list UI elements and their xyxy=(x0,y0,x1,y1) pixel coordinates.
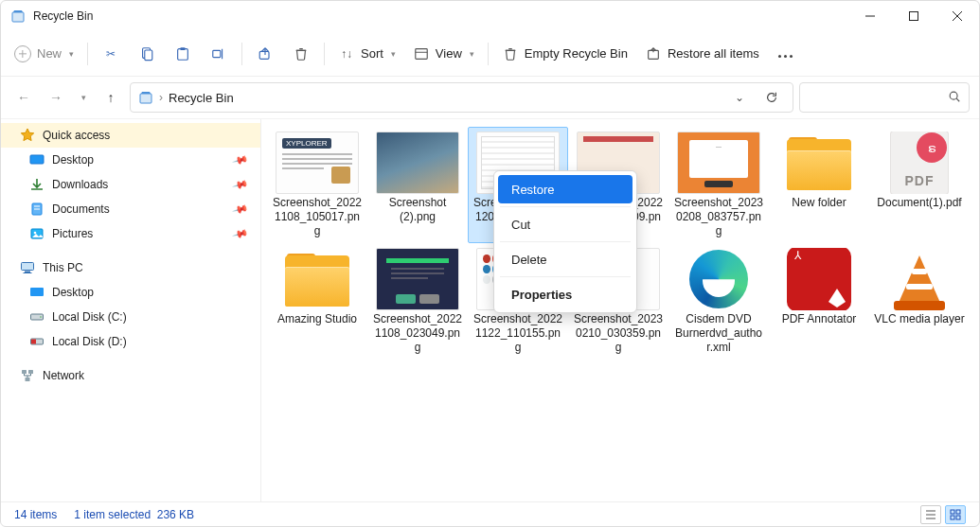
cut-button[interactable]: ✂ xyxy=(94,37,128,71)
file-item[interactable]: Amazing Studio xyxy=(267,243,367,360)
sidebar-local-disk-c[interactable]: Local Disk (C:) xyxy=(1,305,260,329)
svg-rect-43 xyxy=(951,516,954,519)
file-item[interactable]: VLC media player xyxy=(869,243,970,360)
svg-rect-28 xyxy=(24,272,32,273)
svg-rect-44 xyxy=(956,516,960,519)
sidebar-item-label: Local Disk (D:) xyxy=(52,335,127,348)
sidebar-desktop-2[interactable]: Desktop xyxy=(1,280,260,305)
network-icon xyxy=(20,368,35,383)
folder-icon xyxy=(276,248,359,310)
more-icon xyxy=(777,47,794,61)
new-button[interactable]: New ▾ xyxy=(7,37,81,71)
copy-button[interactable] xyxy=(130,37,164,71)
delete-button[interactable] xyxy=(284,37,318,71)
paste-button[interactable] xyxy=(166,37,200,71)
trash-icon xyxy=(502,45,519,62)
sidebar-pictures[interactable]: Pictures 📌 xyxy=(1,221,260,246)
file-item[interactable]: Screenshot_20221108_023049.png xyxy=(367,243,468,360)
sidebar-downloads[interactable]: Downloads 📌 xyxy=(1,172,260,197)
svg-line-17 xyxy=(956,98,959,101)
content-area[interactable]: XYPLORER Screenshot_20221108_105017.png … xyxy=(261,119,979,501)
drive-icon xyxy=(29,334,45,349)
file-item[interactable]: New folder xyxy=(769,127,869,243)
refresh-button[interactable] xyxy=(758,84,785,111)
svg-rect-6 xyxy=(145,50,152,61)
sidebar-item-label: Documents xyxy=(52,202,110,216)
context-menu-delete[interactable]: Delete xyxy=(498,245,633,273)
recent-locations-button[interactable]: ▾ xyxy=(75,84,92,111)
address-bar[interactable]: › Recycle Bin ⌄ xyxy=(130,82,793,113)
svg-rect-36 xyxy=(26,378,30,381)
file-item[interactable]: ⋯ Screenshot_20230208_083757.png xyxy=(668,127,769,243)
title-bar: Recycle Bin xyxy=(1,1,979,31)
svg-rect-8 xyxy=(180,47,185,50)
rename-icon xyxy=(210,45,227,62)
sort-label: Sort xyxy=(361,46,383,61)
more-button[interactable] xyxy=(769,37,803,71)
svg-rect-42 xyxy=(956,510,960,514)
file-item[interactable]: ⅄ PDF Annotator xyxy=(769,243,869,360)
file-label: Screenshot (2).png xyxy=(372,196,463,224)
file-label: New folder xyxy=(792,196,846,210)
breadcrumb[interactable]: Recycle Bin xyxy=(169,91,234,105)
forward-button[interactable]: → xyxy=(43,84,69,111)
restore-all-button[interactable]: Restore all items xyxy=(637,37,767,71)
sidebar-item-label: Desktop xyxy=(52,153,94,167)
file-item[interactable]: XYPLORER Screenshot_20221108_105017.png xyxy=(267,127,367,243)
context-menu-cut[interactable]: Cut xyxy=(498,210,633,238)
context-menu-properties[interactable]: Properties xyxy=(498,280,633,308)
details-view-toggle[interactable] xyxy=(920,505,941,524)
svg-point-16 xyxy=(950,92,957,99)
breadcrumb-separator: › xyxy=(159,91,163,104)
sidebar-network[interactable]: Network xyxy=(1,363,260,388)
sidebar-item-label: Pictures xyxy=(52,227,93,240)
sidebar-local-disk-d[interactable]: Local Disk (D:) xyxy=(1,329,260,354)
view-icon xyxy=(413,45,430,62)
clipboard-icon xyxy=(174,45,191,62)
up-button[interactable]: ↑ xyxy=(98,84,124,111)
copy-icon xyxy=(138,45,155,62)
file-thumbnail xyxy=(376,132,459,194)
sidebar-this-pc[interactable]: This PC xyxy=(1,255,260,280)
close-button[interactable] xyxy=(935,1,979,31)
svg-rect-18 xyxy=(30,155,44,164)
folder-icon xyxy=(777,132,861,194)
sidebar-desktop[interactable]: Desktop 📌 xyxy=(1,148,260,172)
file-item[interactable]: ຣPDF Document(1).pdf xyxy=(869,127,970,243)
sidebar-item-label: Network xyxy=(43,369,84,382)
search-input[interactable] xyxy=(799,82,970,113)
sidebar-item-label: Local Disk (C:) xyxy=(52,310,127,324)
file-item[interactable]: Cisdem DVD Burnerdvd_author.xml xyxy=(668,243,769,360)
chevron-down-icon: ▾ xyxy=(391,49,396,59)
file-label: Screenshot_20230210_030359.png xyxy=(573,312,664,355)
minimize-button[interactable] xyxy=(848,1,892,31)
sort-button[interactable]: ↑↓ Sort ▾ xyxy=(330,37,403,71)
file-label: VLC media player xyxy=(874,312,964,326)
rename-button[interactable] xyxy=(202,37,236,71)
svg-rect-27 xyxy=(25,272,30,273)
view-button[interactable]: View ▾ xyxy=(405,37,482,71)
thumbnails-view-toggle[interactable] xyxy=(945,505,966,524)
context-menu-restore[interactable]: Restore xyxy=(498,175,633,203)
address-row: ← → ▾ ↑ › Recycle Bin ⌄ xyxy=(1,77,979,118)
empty-recycle-bin-button[interactable]: Empty Recycle Bin xyxy=(494,37,635,71)
new-label: New xyxy=(37,46,62,61)
plus-icon xyxy=(14,45,31,62)
svg-rect-35 xyxy=(28,370,33,374)
file-thumbnail: XYPLORER xyxy=(276,132,359,194)
sidebar-quick-access[interactable]: Quick access xyxy=(1,123,260,148)
history-dropdown-button[interactable]: ⌄ xyxy=(726,84,753,111)
sidebar-documents[interactable]: Documents 📌 xyxy=(1,197,260,221)
trash-icon xyxy=(293,45,310,62)
recycle-bin-icon xyxy=(138,90,153,105)
file-item[interactable]: Screenshot (2).png xyxy=(367,127,468,243)
pdf-icon: ຣPDF xyxy=(878,132,961,194)
pin-icon: 📌 xyxy=(232,176,250,193)
back-button[interactable]: ← xyxy=(10,84,37,111)
pdf-annotator-icon: ⅄ xyxy=(777,248,861,310)
file-label: Amazing Studio xyxy=(277,312,357,326)
share-button[interactable] xyxy=(248,37,282,71)
maximize-button[interactable] xyxy=(892,1,935,31)
search-icon xyxy=(948,90,961,106)
toolbar: New ▾ ✂ ↑↓ Sort ▾ View ▾ Empty Recycle B… xyxy=(1,31,979,77)
